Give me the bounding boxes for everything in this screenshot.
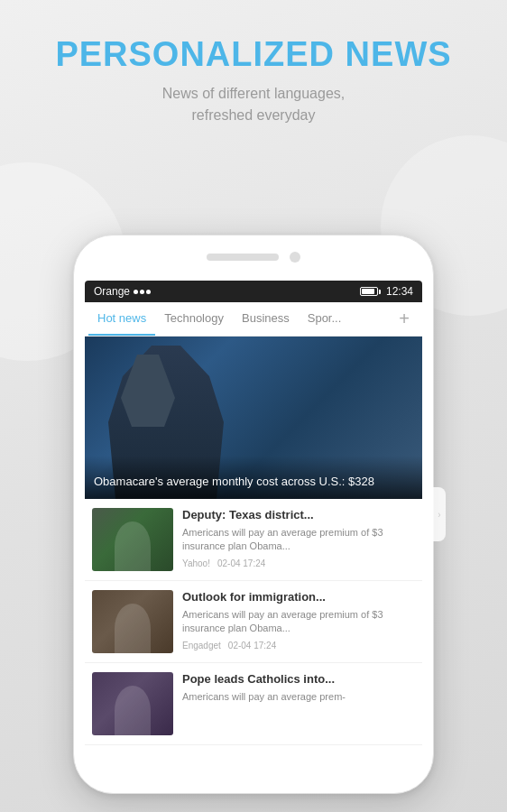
thumb-person-2 [115, 604, 151, 653]
news-item[interactable]: Pope leads Catholics into... Americans w… [85, 663, 422, 745]
signal-dot-3 [146, 290, 151, 294]
news-thumbnail-3 [92, 672, 173, 735]
tab-hot-news[interactable]: Hot news [88, 302, 155, 336]
news-source-2: Engadget [182, 641, 221, 651]
news-excerpt-2: Americans will pay an average premium of… [182, 608, 415, 636]
news-time-2: 02-04 17:24 [228, 641, 276, 651]
tab-add-button[interactable]: + [390, 305, 419, 334]
thumb-figure-2 [92, 590, 173, 653]
tab-business[interactable]: Business [233, 302, 299, 336]
thumb-figure-3 [92, 672, 173, 735]
news-thumbnail-1 [92, 508, 173, 571]
thumb-person-3 [115, 686, 151, 735]
news-meta-1: Yahoo! 02-04 17:24 [182, 558, 415, 568]
phone-outer: Orange 12:34 [73, 235, 434, 794]
news-title-1: Deputy: Texas district... [182, 508, 415, 523]
news-meta-2: Engadget 02-04 17:24 [182, 641, 415, 651]
news-item[interactable]: Outlook for immigration... Americans wil… [85, 581, 422, 663]
signal-dot-1 [134, 290, 138, 294]
page-subtitle: News of different languages,refreshed ev… [18, 83, 489, 126]
tab-technology[interactable]: Technology [155, 302, 233, 336]
status-time: 12:34 [386, 285, 413, 298]
status-carrier: Orange [94, 285, 151, 298]
signal-dots [134, 290, 151, 294]
phone-top-bar [207, 252, 300, 263]
thumb-person-1 [115, 521, 151, 571]
signal-dot-2 [140, 290, 144, 294]
news-title-2: Outlook for immigration... [182, 590, 415, 605]
news-list: Deputy: Texas district... Americans will… [85, 499, 422, 745]
news-content-1: Deputy: Texas district... Americans will… [182, 508, 415, 571]
battery-fill [362, 289, 374, 294]
news-content-2: Outlook for immigration... Americans wil… [182, 590, 415, 653]
battery-body [360, 287, 378, 296]
news-source-1: Yahoo! [182, 558, 210, 568]
status-bar: Orange 12:34 [85, 281, 422, 302]
tab-bar: Hot news Technology Business Spor... + [85, 302, 422, 337]
featured-overlay: Obamacare's average monthly cost across … [85, 456, 422, 499]
page-title: PERSONALIZED NEWS [18, 36, 489, 74]
news-excerpt-1: Americans will pay an average premium of… [182, 526, 415, 554]
tab-sports[interactable]: Spor... [299, 302, 351, 336]
news-thumbnail-2 [92, 590, 173, 653]
news-time-1: 02-04 17:24 [217, 558, 265, 568]
battery-tip [379, 290, 381, 294]
scroll-arrow-icon: › [438, 510, 440, 520]
news-content-3: Pope leads Catholics into... Americans w… [182, 672, 415, 735]
thumb-figure-1 [92, 508, 173, 571]
news-title-3: Pope leads Catholics into... [182, 672, 415, 687]
scroll-indicator: › [433, 487, 446, 541]
battery-icon [360, 287, 381, 296]
featured-news[interactable]: Obamacare's average monthly cost across … [85, 337, 422, 499]
news-item[interactable]: Deputy: Texas district... Americans will… [85, 499, 422, 581]
featured-caption: Obamacare's average monthly cost across … [94, 474, 413, 490]
phone-screen: Orange 12:34 [85, 281, 422, 748]
header-section: PERSONALIZED NEWS News of different lang… [0, 0, 507, 144]
carrier-name: Orange [94, 285, 130, 298]
phone-mockup: Orange 12:34 [73, 235, 434, 794]
news-excerpt-3: Americans will pay an average prem- [182, 690, 415, 704]
status-right: 12:34 [360, 285, 413, 298]
phone-camera [290, 252, 300, 263]
phone-speaker [207, 254, 279, 261]
